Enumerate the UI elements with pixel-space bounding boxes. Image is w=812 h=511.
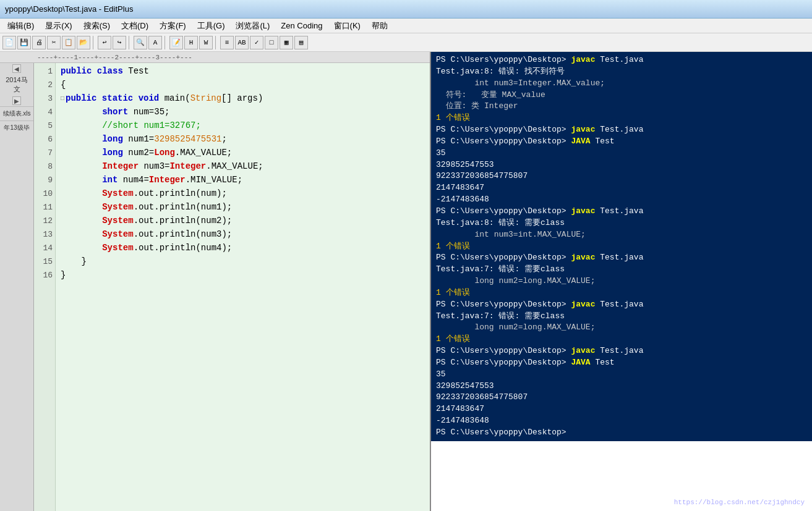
terminal-line: 1 个错误 [436,334,807,345]
code-line[interactable]: System.out.println(num); [61,187,430,200]
code-token: void [139,93,165,103]
code-token: String [190,93,221,103]
code-token: Test [128,66,149,76]
terminal-command-args: Test.java [595,55,643,64]
code-line[interactable]: short num=35; [61,105,430,119]
toolbar-button[interactable]: 🔍 [134,36,147,49]
code-line[interactable]: } [61,255,430,268]
terminal-prompt: PS C:\Users\ypoppy\Desktop> [436,346,571,355]
terminal-line: 1 个错误 [436,112,807,124]
toolbar-button[interactable]: ↪ [113,36,126,49]
code-lines[interactable]: public class Test{□public static void ma… [56,63,430,511]
code-token: ; [221,134,226,144]
terminal-text: 符号: 变量 MAX_value [436,90,545,99]
sidebar-file-2[interactable]: 年13级毕 [0,120,33,135]
code-line[interactable]: long num2=Long.MAX_VALUE; [61,146,430,159]
code-token: System [102,202,133,212]
menu-item[interactable]: 浏览器(L) [231,19,275,33]
collapse-marker[interactable]: □ [61,95,64,102]
terminal-line: 329852547553 [436,159,807,171]
code-token: short [102,107,133,117]
code-line[interactable]: } [61,268,430,282]
menu-item[interactable]: 方案(F) [155,19,191,33]
sidebar-file-1[interactable]: 续绩表.xls [0,106,33,120]
terminal-prompt: PS C:\Users\ypoppy\Desktop> [436,358,571,367]
code-token: public [61,66,97,76]
line-number: 5 [34,119,55,132]
toolbar-button[interactable]: ≡ [220,36,234,49]
toolbar-button[interactable]: 🖨 [32,36,46,49]
toolbar-button[interactable]: ↩ [98,36,111,49]
terminal-text: long num2=long.MAX_VALUE; [436,276,595,285]
menu-item[interactable]: 工具(G) [192,19,230,33]
code-line[interactable]: System.out.println(num2); [61,214,430,227]
toolbar-button[interactable]: 💾 [17,36,31,49]
menu-item[interactable]: 窗口(K) [329,19,365,33]
terminal-line: int num3=Integer.MAX_value; [436,78,807,90]
menu-item[interactable]: 显示(X) [40,19,77,33]
code-line[interactable]: System.out.println(num4); [61,241,430,255]
terminal-line: Test.java:7: 错误: 需要class [436,311,807,323]
code-line[interactable]: int num4=Integer.MIN_VALUE; [61,173,430,187]
code-line[interactable]: Integer num3=Integer.MAX_VALUE; [61,159,430,173]
terminal-command-args: Test.java [595,206,643,216]
terminal-line: -2147483648 [436,194,807,206]
toolbar-button[interactable]: □ [265,36,278,49]
terminal-text: long num2=long.MAX_VALUE; [436,323,595,332]
main-area: ----+----1----+----2----+----3----+--- ◀… [0,52,812,511]
menu-item[interactable]: 搜索(S) [79,19,115,33]
code-token: Integer [149,175,186,185]
code-area: ◀ 2014马文 ▶ 续绩表.xls 年13级毕 123456789101112… [0,63,430,511]
terminal-panel[interactable]: PS C:\Users\ypoppy\Desktop> javac Test.j… [431,52,812,441]
toolbar-button[interactable]: 📝 [169,36,183,49]
code-token: { [61,80,66,90]
menu-item[interactable]: Zen Coding [276,20,327,32]
terminal-text: 位置: 类 Integer [436,101,518,111]
line-number: 2 [34,78,55,91]
code-line[interactable]: //short num1=32767; [61,119,430,132]
code-token: } [61,270,66,280]
toolbar: 📄💾🖨✂📋📂↩↪🔍A📝HW≡AB✓□▦▤ [0,33,812,52]
terminal-line: 9223372036854775807 [436,392,807,403]
code-token: .MAX_VALUE; [206,161,263,171]
sidebar-label: 2014马文 [0,74,33,95]
toolbar-button[interactable]: 📄 [2,36,16,49]
terminal-wrapper: PS C:\Users\ypoppy\Desktop> javac Test.j… [431,52,812,511]
toolbar-button[interactable]: ✓ [250,36,263,49]
sidebar-arrow-up[interactable]: ◀ [12,64,21,73]
toolbar-button[interactable]: 📂 [77,36,90,49]
terminal-command-args: Test.java [595,300,643,309]
code-token: long [102,148,128,158]
code-line[interactable]: □public static void main(String[] args) [61,91,430,105]
terminal-line: PS C:\Users\ypoppy\Desktop> javac Test.j… [436,124,807,136]
terminal-line: PS C:\Users\ypoppy\Desktop> JAVA Test [436,357,807,369]
menu-bar: 编辑(B)显示(X)搜索(S)文档(D)方案(F)工具(G)浏览器(L)Zen … [0,19,812,33]
ruler: ----+----1----+----2----+----3----+--- [0,52,430,63]
code-line[interactable]: System.out.println(num3); [61,227,430,241]
menu-item[interactable]: 编辑(B) [2,19,39,33]
menu-item[interactable]: 帮助 [367,19,393,33]
terminal-command: javac [571,253,595,262]
code-line[interactable]: System.out.println(num1); [61,200,430,214]
toolbar-button[interactable]: ▤ [294,36,308,49]
toolbar-button[interactable]: ✂ [47,36,61,49]
code-line[interactable]: long num1=3298525475531; [61,132,430,146]
terminal-line: PS C:\Users\ypoppy\Desktop> javac Test.j… [436,252,807,264]
toolbar-button[interactable]: 📋 [62,36,75,49]
terminal-text: -2147483648 [436,416,489,425]
menu-item[interactable]: 文档(D) [116,19,153,33]
toolbar-button[interactable]: H [184,36,198,49]
toolbar-button[interactable]: AB [235,36,249,49]
toolbar-button[interactable]: ▦ [280,36,293,49]
terminal-command: JAVA [571,137,590,146]
sidebar-arrow-expand[interactable]: ▶ [12,96,21,105]
terminal-prompt: PS C:\Users\ypoppy\Desktop> [436,125,571,134]
terminal-text: 9223372036854775807 [436,171,528,180]
toolbar-button[interactable]: A [148,36,162,49]
terminal-text: 1 个错误 [436,113,470,122]
toolbar-button[interactable]: W [199,36,213,49]
terminal-line: int num3=int.MAX_VALUE; [436,229,807,241]
toolbar-separator [93,36,95,49]
code-line[interactable]: { [61,78,430,91]
code-line[interactable]: public class Test [61,64,430,78]
